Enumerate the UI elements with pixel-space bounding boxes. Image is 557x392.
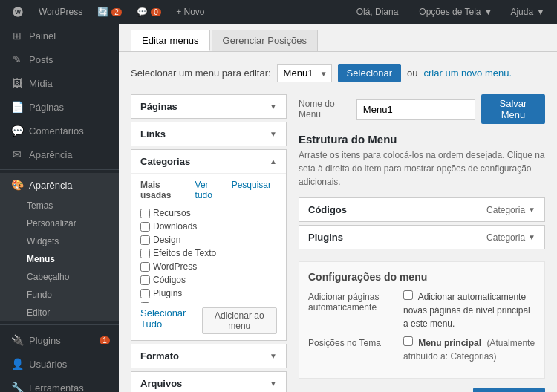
sidebar-label-posts: Posts: [29, 54, 53, 65]
adicionar-ao-menu-button[interactable]: Adicionar ao menu: [202, 307, 277, 334]
selecionar-button[interactable]: Selecionar: [338, 64, 401, 82]
sidebar-separator-2: [0, 324, 119, 325]
accordion-paginas-header[interactable]: Páginas ▼: [131, 95, 286, 118]
positions-value: Menu principal (Atualmente atribuído a: …: [403, 336, 535, 363]
checkbox-design[interactable]: [140, 235, 150, 245]
accordion-formato: Formato ▼: [131, 344, 287, 368]
accordion-formato-title: Formato: [140, 350, 179, 362]
tab-gerenciar-posicoes[interactable]: Gerenciar Posições: [212, 30, 318, 51]
new-content-bar[interactable]: + Novo: [170, 0, 210, 24]
sidebar-item-paginas[interactable]: 📄 Páginas: [0, 95, 119, 119]
menu-item-type-text-codigos: Categoria: [486, 205, 525, 215]
updates-bar[interactable]: 🔄 2: [91, 0, 128, 24]
menu-name-input[interactable]: [356, 99, 475, 120]
sidebar-label-plugins: Plugins: [29, 335, 61, 346]
sidebar-item-posts[interactable]: ✎ Posts: [0, 48, 119, 71]
checkbox-wordpress[interactable]: [140, 262, 150, 272]
comments-bar[interactable]: 💬 0: [131, 0, 167, 24]
tab-editar-menus[interactable]: Editar menus: [131, 30, 210, 51]
checkbox-bbpress[interactable]: [140, 302, 150, 304]
screen-options-bar[interactable]: Opções de Tela ▼: [413, 0, 498, 24]
submenu-editor[interactable]: Editor: [0, 304, 119, 321]
sidebar-item-aparencia[interactable]: 🎨 Aparência: [0, 173, 119, 197]
site-name-label: WordPress: [39, 7, 82, 17]
accordion-paginas-arrow: ▼: [270, 102, 277, 111]
accordion-paginas-title: Páginas: [140, 101, 177, 112]
left-panel: Páginas ▼ Links ▼ Categori: [131, 94, 287, 392]
sidebar-item-painel[interactable]: ⊞ Painel: [0, 24, 119, 48]
save-menu-button-top[interactable]: Salvar Menu: [481, 94, 545, 124]
ferramentas-icon: 🔧: [11, 382, 23, 392]
menu-name-label: Nome do Menu: [299, 99, 351, 120]
update-icon: 🔄: [97, 7, 108, 17]
help-bar[interactable]: Ajuda ▼: [504, 0, 551, 24]
menu-struct-item-plugins[interactable]: Plugins Categoria ▼: [299, 225, 545, 249]
sidebar-label-comentarios: Comentários: [29, 125, 84, 137]
submenu-widgets[interactable]: Widgets: [0, 232, 119, 250]
accordion-arquivos-header[interactable]: Arquivos ▼: [131, 372, 286, 392]
tab-pesquisar[interactable]: Pesquisar: [232, 180, 271, 200]
checkbox-downloads[interactable]: [140, 222, 150, 232]
sidebar-item-ferramentas[interactable]: 🔧 Ferramentas: [0, 376, 119, 392]
wp-logo[interactable]: W: [6, 0, 30, 24]
submenu-fundo[interactable]: Fundo: [0, 286, 119, 304]
sidebar-item-plugins[interactable]: 🔌 Plugins 1: [0, 328, 119, 352]
aparencia-submenu: Temas Personalizar Widgets Menus Cabeçal…: [0, 197, 119, 321]
admin-bar: W WordPress 🔄 2 💬 0 + Novo Olá, Diana Op…: [0, 0, 557, 24]
positions-checkbox[interactable]: [403, 336, 413, 346]
sidebar-item-comentarios[interactable]: 💬 Comentários: [0, 119, 119, 143]
setting-row-positions: Posições no Tema Menu principal (Atualme…: [308, 336, 535, 363]
sidebar-label-feedback: Aparência: [29, 149, 73, 160]
tab-ver-tudo[interactable]: Ver tudo: [195, 180, 226, 200]
sidebar-item-usuarios[interactable]: 👤 Usuários: [0, 352, 119, 376]
sidebar-item-midia[interactable]: 🖼 Mídia: [0, 71, 119, 95]
save-menu-button-bottom[interactable]: Salvar Menu: [473, 388, 545, 392]
bottom-actions-row: Excluir menu Salvar Menu: [299, 388, 545, 392]
accordion-arquivos-title: Arquivos: [140, 378, 182, 389]
positions-label: Posições no Tema: [308, 336, 397, 348]
midia-icon: 🖼: [11, 77, 23, 89]
categorias-list-container: Recursos Downloads Design Efeitos de Tex…: [140, 206, 277, 303]
site-name-bar[interactable]: WordPress: [33, 0, 88, 24]
checkbox-plugins[interactable]: [140, 289, 150, 298]
add-pages-checkbox[interactable]: [403, 290, 413, 300]
menu-item-chevron-codigos: ▼: [528, 206, 535, 214]
svg-text:W: W: [15, 9, 21, 16]
comment-count: 0: [151, 8, 161, 16]
categorias-checkbox-list: Recursos Downloads Design Efeitos de Tex…: [140, 206, 277, 303]
two-col-layout: Páginas ▼ Links ▼ Categori: [131, 94, 545, 392]
list-item: Design: [140, 233, 277, 246]
checkbox-codigos[interactable]: [140, 275, 150, 285]
menu-select[interactable]: Menu1: [277, 64, 332, 82]
selecionar-tudo-link[interactable]: Selecionar Tudo: [140, 307, 196, 334]
submenu-personalizar[interactable]: Personalizar: [0, 215, 119, 232]
criar-novo-menu-link[interactable]: criar um novo menu.: [424, 68, 512, 79]
structure-desc: Arraste os itens para colocá-los na orde…: [299, 148, 545, 189]
checkbox-recursos[interactable]: [140, 209, 150, 218]
list-item: BbPress: [140, 300, 277, 303]
list-item: Plugins: [140, 287, 277, 300]
accordion-links-header[interactable]: Links ▼: [131, 122, 286, 146]
structure-title: Estrutura do Menu: [299, 133, 545, 146]
feedback-icon: ✉: [11, 148, 23, 160]
right-panel: Nome do Menu Salvar Menu Estrutura do Me…: [299, 94, 545, 392]
accordion-categorias: Categorias ▲ Mais usadas Ver tudo Pesqui…: [131, 149, 287, 341]
select-wrapper: Menu1: [277, 64, 332, 82]
menu-structure: Códigos Categoria ▼ Plugins Categoria ▼: [299, 197, 545, 249]
menu-struct-item-codigos[interactable]: Códigos Categoria ▼: [299, 197, 545, 222]
menu-item-type-text-plugins: Categoria: [486, 232, 525, 243]
submenu-cabecalho[interactable]: Cabeçalho: [0, 268, 119, 286]
tab-mais-usadas[interactable]: Mais usadas: [140, 180, 189, 200]
checkbox-efeitos[interactable]: [140, 249, 150, 258]
options-chevron-icon: ▼: [484, 7, 493, 17]
menu-settings: Configurações do menu Adicionar páginas …: [299, 261, 545, 379]
categorias-tabs: Mais usadas Ver tudo Pesquisar: [140, 180, 277, 200]
accordion-formato-arrow: ▼: [270, 352, 277, 360]
sidebar-item-feedback[interactable]: ✉ Aparência: [0, 143, 119, 166]
accordion-formato-header[interactable]: Formato ▼: [131, 344, 286, 368]
submenu-menus[interactable]: Menus: [0, 250, 119, 268]
accordion-categorias-header[interactable]: Categorias ▲: [131, 150, 286, 173]
accordion-arquivos: Arquivos ▼: [131, 371, 287, 392]
list-item: Recursos: [140, 206, 277, 220]
submenu-temas[interactable]: Temas: [0, 197, 119, 215]
